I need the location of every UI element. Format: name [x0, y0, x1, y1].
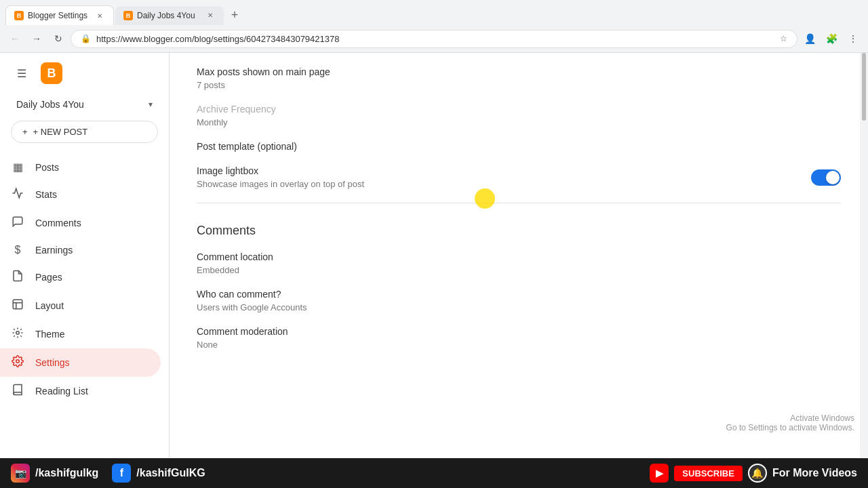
- plus-icon: +: [22, 127, 28, 137]
- sidebar-label-reading-list: Reading List: [35, 386, 88, 396]
- toggle-knob: [826, 171, 840, 184]
- section-divider: [197, 203, 841, 203]
- tab1-title: Blogger Settings: [28, 11, 90, 20]
- instagram-icon: 📷: [11, 464, 30, 483]
- subscribe-label: SUBSCRIBE: [682, 468, 734, 479]
- who-can-comment-value: Users with Google Accounts: [197, 302, 841, 312]
- facebook-icon: f: [112, 464, 131, 483]
- browser-chrome: B Blogger Settings ✕ B Daily Jobs 4You ✕…: [0, 0, 868, 53]
- tab-daily-jobs[interactable]: B Daily Jobs 4You ✕: [115, 6, 224, 25]
- sidebar-item-stats[interactable]: Stats: [0, 180, 161, 209]
- sidebar: ☰ B Daily Jobs 4You ▾ + + NEW POST ▦ Pos…: [0, 53, 170, 487]
- hamburger-button[interactable]: ☰: [11, 62, 33, 84]
- sidebar-label-layout: Layout: [35, 300, 64, 311]
- tab2-title: Daily Jobs 4You: [137, 11, 201, 20]
- activate-windows-line2: Go to Settings to activate Windows.: [726, 423, 854, 432]
- new-post-button[interactable]: + + NEW POST: [11, 121, 158, 143]
- comment-location-setting: Comment location Embedded: [197, 251, 841, 275]
- sidebar-label-theme: Theme: [35, 329, 65, 340]
- sidebar-item-settings[interactable]: Settings: [0, 348, 161, 377]
- activate-windows-notice: Activate Windows Go to Settings to activ…: [726, 413, 854, 432]
- back-button[interactable]: ←: [5, 29, 24, 48]
- toggle-switch[interactable]: [811, 169, 841, 186]
- blog-selector[interactable]: Daily Jobs 4You ▾: [5, 94, 163, 115]
- reading-list-icon: [11, 384, 24, 399]
- sidebar-item-comments[interactable]: Comments: [0, 209, 161, 237]
- tab2-favicon: B: [123, 11, 133, 20]
- archive-frequency-value: Monthly: [197, 117, 841, 127]
- lock-icon: 🔒: [81, 34, 91, 43]
- instagram-social: 📷 /kashifgulkg: [11, 464, 98, 483]
- sidebar-nav: ▦ Posts Stats Comments: [0, 154, 169, 405]
- nav-bar: ← → ↻ 🔒 https://www.blogger.com/blog/set…: [0, 25, 868, 52]
- bell-icon[interactable]: 🔔: [748, 464, 767, 483]
- comments-icon: [11, 216, 24, 230]
- comment-location-value: Embedded: [197, 265, 841, 275]
- cursor-indicator: [475, 188, 495, 209]
- who-can-comment-label: Who can comment?: [197, 289, 841, 300]
- pages-icon: [11, 270, 24, 285]
- sidebar-item-pages[interactable]: Pages: [0, 263, 161, 291]
- archive-frequency-label: Archive Frequency: [197, 104, 841, 115]
- sidebar-header: ☰ B: [0, 53, 169, 94]
- comment-moderation-value: None: [197, 340, 841, 350]
- image-lightbox-label: Image lightbox: [197, 165, 364, 176]
- extensions-icon[interactable]: 🧩: [822, 29, 841, 48]
- theme-icon: [11, 327, 24, 342]
- archive-frequency-setting: Archive Frequency Monthly: [197, 104, 841, 127]
- tab2-close[interactable]: ✕: [205, 10, 216, 21]
- activate-windows-line1: Activate Windows: [726, 413, 854, 423]
- svg-point-4: [16, 360, 20, 363]
- sidebar-label-comments: Comments: [35, 218, 81, 228]
- sidebar-item-earnings[interactable]: $ Earnings: [0, 237, 161, 263]
- max-posts-value: 7 posts: [197, 80, 841, 90]
- stats-icon: [11, 187, 24, 202]
- menu-icon[interactable]: ⋮: [844, 29, 863, 48]
- youtube-icon: ▶: [650, 464, 669, 483]
- post-template-setting: Post template (optional): [197, 141, 841, 152]
- instagram-handle: /kashifgulkg: [35, 467, 98, 479]
- subscribe-button[interactable]: SUBSCRIBE: [674, 466, 743, 481]
- refresh-button[interactable]: ↻: [49, 29, 68, 48]
- blogger-logo: B: [41, 62, 62, 84]
- settings-icon: [11, 355, 24, 370]
- tab1-close[interactable]: ✕: [94, 10, 105, 21]
- earnings-icon: $: [11, 244, 24, 256]
- tab-blogger-settings[interactable]: B Blogger Settings ✕: [5, 5, 114, 25]
- comment-moderation-setting: Comment moderation None: [197, 326, 841, 350]
- blog-chevron-icon: ▾: [149, 100, 153, 109]
- facebook-handle: /kashifGuIKG: [136, 467, 205, 479]
- profile-icon[interactable]: 👤: [800, 29, 819, 48]
- new-tab-button[interactable]: +: [225, 6, 244, 25]
- star-icon[interactable]: ☆: [780, 34, 787, 43]
- max-posts-setting: Max posts shown on main page 7 posts: [197, 66, 841, 90]
- post-template-label: Post template (optional): [197, 141, 841, 152]
- sidebar-item-reading-list[interactable]: Reading List: [0, 377, 161, 405]
- svg-point-3: [16, 331, 20, 335]
- sidebar-item-posts[interactable]: ▦ Posts: [0, 154, 161, 180]
- sidebar-item-theme[interactable]: Theme: [0, 320, 161, 348]
- image-lightbox-description: Showcase images in overlay on top of pos…: [197, 179, 364, 189]
- sidebar-label-pages: Pages: [35, 272, 62, 283]
- comment-location-label: Comment location: [197, 251, 841, 262]
- image-lightbox-row: Image lightbox Showcase images in overla…: [197, 165, 841, 189]
- posts-icon: ▦: [11, 161, 24, 174]
- main-content: Max posts shown on main page 7 posts Arc…: [170, 53, 868, 487]
- for-more-text: For More Videos: [772, 467, 857, 479]
- address-text: https://www.blogger.com/blog/settings/60…: [96, 34, 774, 44]
- max-posts-label: Max posts shown on main page: [197, 66, 841, 77]
- address-bar[interactable]: 🔒 https://www.blogger.com/blog/settings/…: [71, 30, 797, 48]
- scroll-thumb: [862, 53, 866, 121]
- sidebar-label-posts: Posts: [35, 162, 59, 173]
- image-lightbox-toggle[interactable]: [811, 169, 841, 186]
- svg-rect-0: [13, 300, 22, 309]
- new-post-label: + NEW POST: [33, 127, 88, 137]
- sidebar-label-earnings: Earnings: [35, 245, 73, 256]
- comments-section-heading: Comments: [197, 217, 841, 238]
- forward-button[interactable]: →: [27, 29, 46, 48]
- sidebar-label-settings: Settings: [35, 357, 70, 368]
- comment-moderation-label: Comment moderation: [197, 326, 841, 337]
- facebook-social: f /kashifGuIKG: [112, 464, 205, 483]
- sidebar-item-layout[interactable]: Layout: [0, 291, 161, 320]
- scroll-track[interactable]: [860, 53, 868, 487]
